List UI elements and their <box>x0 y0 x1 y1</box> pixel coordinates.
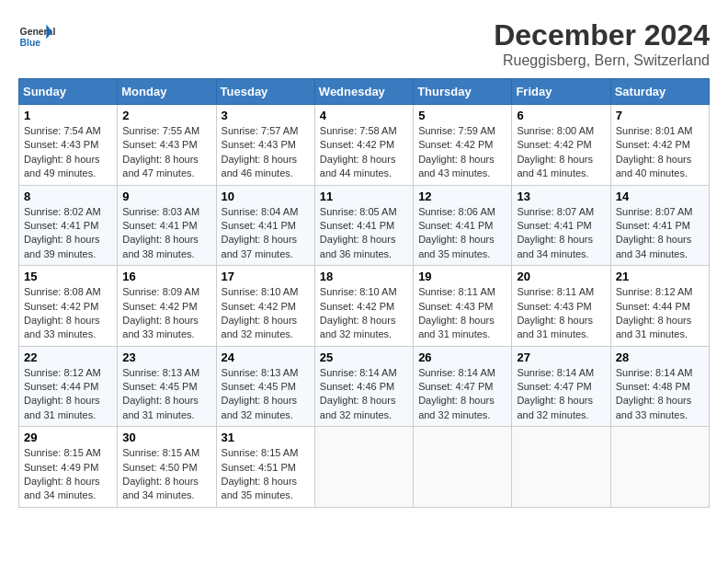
weekday-header-row: SundayMondayTuesdayWednesdayThursdayFrid… <box>19 79 710 105</box>
calendar-cell: 22 Sunrise: 8:12 AMSunset: 4:44 PMDaylig… <box>19 346 118 427</box>
calendar-cell <box>512 427 610 508</box>
day-number: 26 <box>418 350 506 364</box>
calendar-cell: 29 Sunrise: 8:15 AMSunset: 4:49 PMDaylig… <box>19 427 118 508</box>
day-info: Sunrise: 8:13 AMSunset: 4:45 PMDaylight:… <box>222 367 299 420</box>
weekday-header-monday: Monday <box>118 79 216 105</box>
calendar-cell: 4 Sunrise: 7:58 AMSunset: 4:42 PMDayligh… <box>314 105 413 186</box>
day-info: Sunrise: 8:11 AMSunset: 4:43 PMDaylight:… <box>517 286 594 339</box>
week-row-1: 1 Sunrise: 7:54 AMSunset: 4:43 PMDayligh… <box>19 105 710 186</box>
week-row-4: 22 Sunrise: 8:12 AMSunset: 4:44 PMDaylig… <box>19 346 710 427</box>
calendar-cell: 5 Sunrise: 7:59 AMSunset: 4:42 PMDayligh… <box>414 105 512 186</box>
calendar-cell: 27 Sunrise: 8:14 AMSunset: 4:47 PMDaylig… <box>512 346 610 427</box>
day-number: 3 <box>222 109 310 122</box>
calendar-cell: 24 Sunrise: 8:13 AMSunset: 4:45 PMDaylig… <box>216 346 314 427</box>
day-info: Sunrise: 8:14 AMSunset: 4:46 PMDaylight:… <box>320 367 397 420</box>
day-info: Sunrise: 8:04 AMSunset: 4:41 PMDaylight:… <box>222 206 299 259</box>
weekday-header-tuesday: Tuesday <box>216 79 314 105</box>
title-area: December 2024 Rueggisberg, Bern, Switzer… <box>494 18 710 69</box>
day-info: Sunrise: 8:15 AMSunset: 4:49 PMDaylight:… <box>24 447 101 500</box>
day-number: 19 <box>418 270 506 283</box>
day-info: Sunrise: 8:01 AMSunset: 4:42 PMDaylight:… <box>616 125 693 178</box>
day-info: Sunrise: 8:09 AMSunset: 4:42 PMDaylight:… <box>122 286 199 339</box>
day-number: 20 <box>517 270 605 283</box>
day-number: 25 <box>320 350 408 364</box>
day-number: 23 <box>122 350 210 364</box>
day-number: 2 <box>122 109 210 122</box>
day-info: Sunrise: 8:14 AMSunset: 4:47 PMDaylight:… <box>517 367 594 420</box>
day-info: Sunrise: 8:00 AMSunset: 4:42 PMDaylight:… <box>517 125 594 178</box>
calendar-cell: 2 Sunrise: 7:55 AMSunset: 4:43 PMDayligh… <box>118 105 216 186</box>
day-number: 30 <box>122 431 210 444</box>
day-number: 24 <box>222 350 310 364</box>
day-number: 4 <box>320 109 408 122</box>
day-info: Sunrise: 8:10 AMSunset: 4:42 PMDaylight:… <box>222 286 299 339</box>
calendar-cell: 3 Sunrise: 7:57 AMSunset: 4:43 PMDayligh… <box>216 105 314 186</box>
calendar-cell <box>610 427 709 508</box>
calendar-cell: 16 Sunrise: 8:09 AMSunset: 4:42 PMDaylig… <box>118 266 216 347</box>
day-number: 6 <box>517 109 605 122</box>
day-number: 14 <box>616 190 704 203</box>
day-number: 10 <box>222 190 310 203</box>
calendar-cell: 19 Sunrise: 8:11 AMSunset: 4:43 PMDaylig… <box>414 266 512 347</box>
calendar-cell: 14 Sunrise: 8:07 AMSunset: 4:41 PMDaylig… <box>610 185 709 266</box>
calendar-cell: 15 Sunrise: 8:08 AMSunset: 4:42 PMDaylig… <box>19 266 118 347</box>
day-number: 12 <box>418 190 506 203</box>
calendar-cell: 20 Sunrise: 8:11 AMSunset: 4:43 PMDaylig… <box>512 266 610 347</box>
day-number: 7 <box>616 109 704 122</box>
calendar-cell: 11 Sunrise: 8:05 AMSunset: 4:41 PMDaylig… <box>314 185 413 266</box>
day-number: 8 <box>24 190 112 203</box>
day-number: 21 <box>616 270 704 283</box>
calendar-cell: 26 Sunrise: 8:14 AMSunset: 4:47 PMDaylig… <box>414 346 512 427</box>
calendar-cell: 31 Sunrise: 8:15 AMSunset: 4:51 PMDaylig… <box>216 427 314 508</box>
day-number: 22 <box>24 350 112 364</box>
calendar-cell: 28 Sunrise: 8:14 AMSunset: 4:48 PMDaylig… <box>610 346 709 427</box>
calendar-cell: 21 Sunrise: 8:12 AMSunset: 4:44 PMDaylig… <box>610 266 709 347</box>
day-info: Sunrise: 7:54 AMSunset: 4:43 PMDaylight:… <box>24 125 101 178</box>
day-number: 27 <box>517 350 605 364</box>
day-info: Sunrise: 8:15 AMSunset: 4:50 PMDaylight:… <box>122 447 199 500</box>
calendar-cell: 6 Sunrise: 8:00 AMSunset: 4:42 PMDayligh… <box>512 105 610 186</box>
week-row-3: 15 Sunrise: 8:08 AMSunset: 4:42 PMDaylig… <box>19 266 710 347</box>
calendar-cell: 30 Sunrise: 8:15 AMSunset: 4:50 PMDaylig… <box>118 427 216 508</box>
day-info: Sunrise: 8:07 AMSunset: 4:41 PMDaylight:… <box>517 206 594 259</box>
month-title: December 2024 <box>494 18 710 52</box>
day-info: Sunrise: 8:14 AMSunset: 4:48 PMDaylight:… <box>616 367 693 420</box>
day-info: Sunrise: 7:57 AMSunset: 4:43 PMDaylight:… <box>222 125 299 178</box>
weekday-header-wednesday: Wednesday <box>314 79 413 105</box>
day-info: Sunrise: 8:08 AMSunset: 4:42 PMDaylight:… <box>24 286 101 339</box>
location-title: Rueggisberg, Bern, Switzerland <box>494 52 710 69</box>
calendar-cell <box>414 427 512 508</box>
day-info: Sunrise: 8:15 AMSunset: 4:51 PMDaylight:… <box>222 447 299 500</box>
day-info: Sunrise: 8:06 AMSunset: 4:41 PMDaylight:… <box>418 206 495 259</box>
day-info: Sunrise: 8:12 AMSunset: 4:44 PMDaylight:… <box>616 286 693 339</box>
day-number: 29 <box>24 431 112 444</box>
week-row-5: 29 Sunrise: 8:15 AMSunset: 4:49 PMDaylig… <box>19 427 710 508</box>
calendar-cell: 8 Sunrise: 8:02 AMSunset: 4:41 PMDayligh… <box>19 185 118 266</box>
day-number: 13 <box>517 190 605 203</box>
day-info: Sunrise: 8:14 AMSunset: 4:47 PMDaylight:… <box>418 367 495 420</box>
calendar-cell: 25 Sunrise: 8:14 AMSunset: 4:46 PMDaylig… <box>314 346 413 427</box>
day-number: 5 <box>418 109 506 122</box>
calendar-cell <box>314 427 413 508</box>
day-number: 17 <box>222 270 310 283</box>
day-info: Sunrise: 8:11 AMSunset: 4:43 PMDaylight:… <box>418 286 495 339</box>
week-row-2: 8 Sunrise: 8:02 AMSunset: 4:41 PMDayligh… <box>19 185 710 266</box>
day-number: 16 <box>122 270 210 283</box>
logo: General Blue <box>18 18 59 55</box>
day-number: 9 <box>122 190 210 203</box>
day-number: 1 <box>24 109 112 122</box>
day-info: Sunrise: 7:59 AMSunset: 4:42 PMDaylight:… <box>418 125 495 178</box>
day-info: Sunrise: 8:13 AMSunset: 4:45 PMDaylight:… <box>122 367 199 420</box>
calendar-cell: 1 Sunrise: 7:54 AMSunset: 4:43 PMDayligh… <box>19 105 118 186</box>
calendar-table: SundayMondayTuesdayWednesdayThursdayFrid… <box>18 78 710 508</box>
day-info: Sunrise: 8:03 AMSunset: 4:41 PMDaylight:… <box>122 206 199 259</box>
day-info: Sunrise: 8:05 AMSunset: 4:41 PMDaylight:… <box>320 206 397 259</box>
day-info: Sunrise: 8:10 AMSunset: 4:42 PMDaylight:… <box>320 286 397 339</box>
day-number: 31 <box>222 431 310 444</box>
day-info: Sunrise: 7:55 AMSunset: 4:43 PMDaylight:… <box>122 125 199 178</box>
day-info: Sunrise: 8:07 AMSunset: 4:41 PMDaylight:… <box>616 206 693 259</box>
day-number: 28 <box>616 350 704 364</box>
calendar-cell: 23 Sunrise: 8:13 AMSunset: 4:45 PMDaylig… <box>118 346 216 427</box>
logo-icon: General Blue <box>18 18 55 55</box>
weekday-header-friday: Friday <box>512 79 610 105</box>
